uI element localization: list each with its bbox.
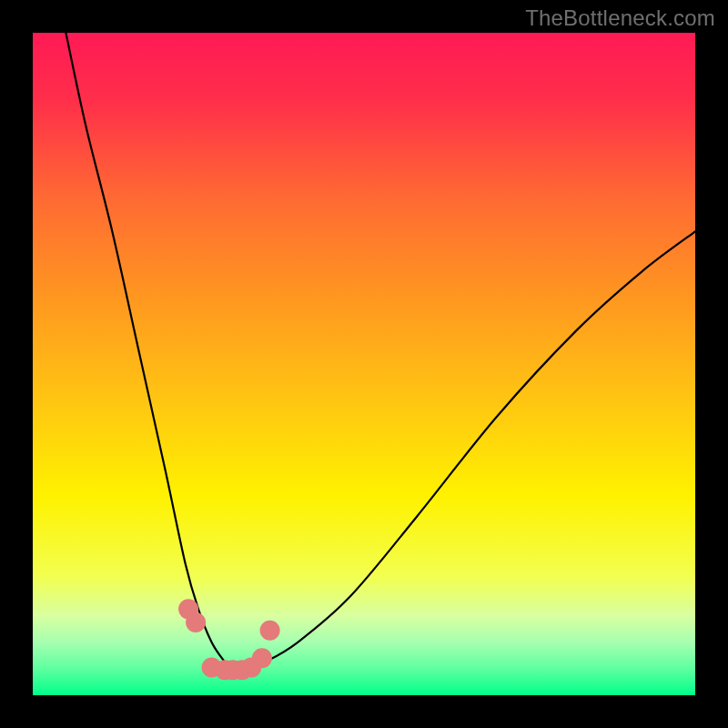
highlight-dot — [186, 612, 206, 632]
plot-area — [33, 33, 695, 695]
bottleneck-curve — [66, 33, 695, 670]
highlight-dot — [252, 648, 272, 668]
chart-frame: TheBottleneck.com — [0, 0, 728, 728]
watermark-text: TheBottleneck.com — [525, 5, 715, 31]
chart-lines — [33, 33, 695, 695]
highlight-dots — [178, 599, 280, 680]
highlight-dot — [260, 621, 280, 641]
